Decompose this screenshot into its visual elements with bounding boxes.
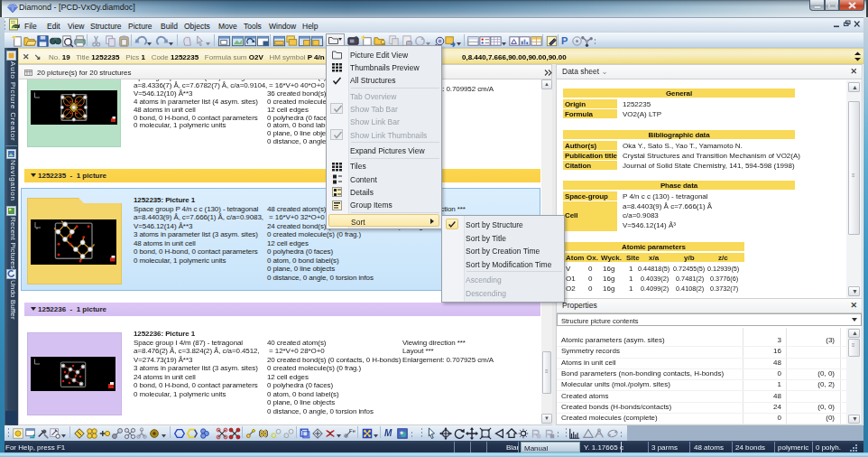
svg-text:Fe: Fe: [349, 427, 356, 434]
